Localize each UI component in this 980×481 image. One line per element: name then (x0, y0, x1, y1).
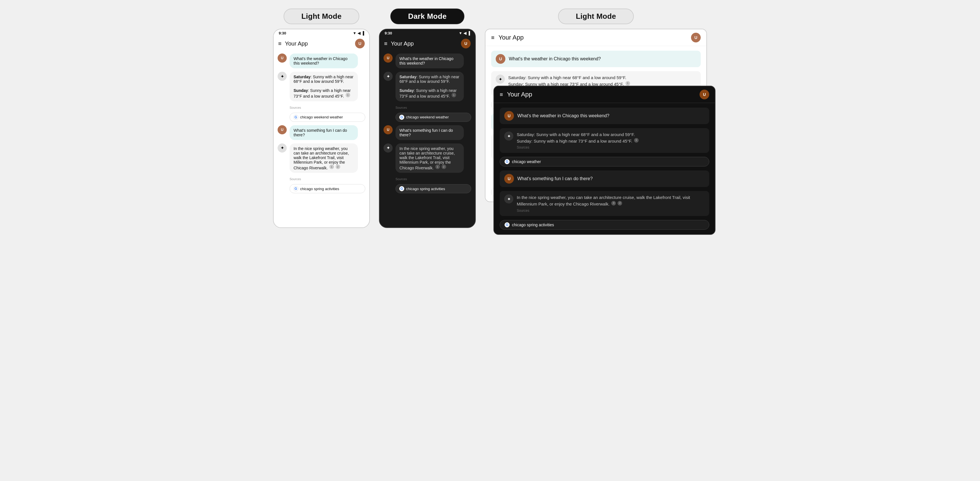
tablet-sources-1-dark: Sources (517, 145, 639, 149)
hamburger-menu-light[interactable]: ≡ (278, 40, 282, 47)
cite-2b-light: 2 (336, 165, 340, 169)
sources-1-light: Sources (278, 106, 365, 109)
tablet-user-text-2-dark: What's something fun I can do there? (517, 176, 593, 181)
tablet-hamburger-light[interactable]: ≡ (491, 35, 495, 41)
tablet-user-msg-1-light: U What's the weather in Chicago this wee… (491, 51, 701, 67)
tablet-app-title-dark: Your App (507, 91, 695, 98)
sources-2-dark: Sources (383, 177, 471, 181)
time-light: 9:30 (279, 31, 286, 35)
ai-avatar-2-dark: ✦ (383, 143, 393, 152)
user-avatar-1-light: U (278, 54, 287, 63)
ai2-text-dark: In the nice spring weather, you can take… (399, 146, 455, 170)
user-msg-1-dark: U What's the weather in Chicago this wee… (383, 54, 471, 68)
tablet-ai-content-2-dark: In the nice spring weather, you can take… (517, 194, 705, 212)
search-chip-2-light[interactable]: G chicago spring activities (290, 184, 365, 193)
chat-area-light: U What's the weather in Chicago this wee… (274, 51, 369, 196)
chip-2-label-light: chicago spring activities (300, 187, 339, 191)
search-chip-1-dark[interactable]: G chicago weekend weather (396, 113, 471, 122)
ai-msg-1-light: ✦ Saturday: Sunny with a high near 68°F … (278, 72, 365, 101)
status-bar-light: 9:30 ▼ ◀ ▐ (274, 29, 369, 37)
tablet-ai-text-1-dark: Saturday: Sunny with a high near 68°F an… (517, 132, 639, 144)
tablet-dark-overlay-frame: ≡ Your App U U What's the weather in Chi… (493, 86, 716, 235)
column-1: Light Mode 9:30 ▼ ◀ ▐ ≡ Your App U U Wha… (273, 8, 370, 228)
app-bar-light: ≡ Your App U (274, 37, 369, 51)
hamburger-menu-dark[interactable]: ≡ (384, 40, 388, 47)
google-g-icon-1-light: G (293, 115, 298, 120)
sun-label-1-light: Sunday (294, 88, 308, 93)
battery-icon-dark: ▐ (468, 31, 470, 35)
cite-2b-dark: 2 (442, 165, 446, 169)
sources-2-light: Sources (278, 177, 365, 181)
phone-light-frame: 9:30 ▼ ◀ ▐ ≡ Your App U U What's the wea… (273, 29, 370, 228)
sat-label-1-dark: Saturday (399, 75, 417, 79)
ai-bubble-2-dark: In the nice spring weather, you can take… (396, 143, 464, 173)
tablet-ai-av-1-light: ✦ (496, 75, 505, 84)
ai-msg-2-dark: ✦ In the nice spring weather, you can ta… (383, 143, 471, 173)
ai-avatar-1-light: ✦ (278, 72, 287, 81)
stacked-tablet-container: ≡ Your App U U What's the weather in Chi… (485, 29, 707, 202)
tablet-hamburger-dark[interactable]: ≡ (500, 91, 503, 98)
google-g-icon-2-dark: G (399, 186, 404, 191)
signal-icon: ◀ (358, 31, 360, 35)
sun-label-1-dark: Sunday (399, 88, 414, 93)
tablet-chat-area-dark: U What's the weather in Chicago this wee… (494, 103, 715, 234)
ai-msg-1-dark: ✦ Saturday: Sunny with a high near 68°F … (383, 72, 471, 101)
search-chip-2-dark[interactable]: G chicago spring activities (396, 184, 471, 193)
app-title-dark: Your App (391, 40, 458, 47)
signal-icon-dark: ◀ (463, 31, 466, 35)
user-avatar-2-dark: U (383, 125, 393, 134)
ai2-text-light: In the nice spring weather, you can take… (294, 146, 349, 170)
tablet-chip-weather-dark[interactable]: G chicago weather (500, 157, 709, 167)
tablet-chip-weather-label: chicago weather (512, 159, 541, 164)
sources-1-dark: Sources (383, 106, 471, 109)
tablet-user-av-2-dark: U (504, 174, 514, 184)
status-icons-light: ▼ ◀ ▐ (353, 31, 364, 35)
wifi-icon: ▼ (353, 31, 356, 35)
wifi-icon-dark: ▼ (459, 31, 462, 35)
google-g-icon-2-light: G (293, 186, 298, 191)
avatar-dark: U (461, 39, 471, 48)
app-title-light: Your App (285, 40, 352, 47)
app-bar-dark: ≡ Your App U (380, 37, 475, 51)
ai-bubble-1-light: Saturday: Sunny with a high near 68°F an… (290, 72, 358, 101)
user-bubble-2-dark: What's something fun I can do there? (396, 125, 464, 140)
tablet-app-title-light: Your App (498, 34, 687, 41)
ai-msg-2-light: ✦ In the nice spring weather, you can ta… (278, 143, 365, 173)
ai-bubble-1-dark: Saturday: Sunny with a high near 68°F an… (396, 72, 464, 101)
tablet-sources-2-dark: Sources (517, 209, 705, 213)
avatar-light: U (355, 39, 365, 48)
column-3: Light Mode ≡ Your App U U What's the wea… (485, 8, 707, 202)
tablet-user-av-1-light: U (496, 54, 505, 64)
tablet-user-text-1-light: What's the weather in Chicago this weeke… (509, 56, 601, 62)
tablet-google-g-2-dark: G (504, 222, 510, 227)
ai-avatar-2-light: ✦ (278, 143, 287, 152)
user-bubble-2-light: What's something fun I can do there? (290, 125, 358, 140)
search-chip-1-light[interactable]: G chicago weekend weather (290, 113, 365, 122)
sat-label-1-light: Saturday (294, 75, 311, 79)
tablet-user-av-1-dark: U (504, 111, 514, 121)
light-mode-label-tablet: Light Mode (558, 8, 633, 24)
user-avatar-1-dark: U (383, 54, 393, 63)
chip-2-label-dark: chicago spring activities (406, 187, 445, 191)
tablet-ai-msg-1-dark: ✦ Saturday: Sunny with a high near 68°F … (500, 128, 709, 153)
phone-dark-frame: 9:30 ▼ ◀ ▐ ≡ Your App U U What's the wea… (379, 29, 476, 228)
cite-1-light: 1 (346, 93, 350, 97)
tablet-avatar-dark: U (700, 90, 709, 99)
light-mode-label-phone: Light Mode (283, 8, 359, 24)
cite-2a-dark: 1 (435, 165, 440, 169)
chip-1-label-dark: chicago weekend weather (406, 115, 449, 119)
tablet-chip-2-dark[interactable]: G chicago spring activities (500, 220, 709, 230)
google-g-icon-1-dark: G (399, 115, 404, 120)
cite-2a-light: 1 (329, 165, 334, 169)
ai-avatar-1-dark: ✦ (383, 72, 393, 81)
column-2: Dark Mode 9:30 ▼ ◀ ▐ ≡ Your App U U What… (379, 8, 476, 228)
tablet-ai-av-2-dark: ✦ (504, 194, 513, 203)
user-avatar-2-light: U (278, 125, 287, 134)
user-msg-2-light: U What's something fun I can do there? (278, 125, 365, 140)
dark-mode-label-phone: Dark Mode (390, 8, 464, 24)
user-bubble-1-dark: What's the weather in Chicago this weeke… (396, 54, 464, 68)
user-bubble-1-light: What's the weather in Chicago this weeke… (290, 54, 358, 68)
tablet-chip-2-label-dark: chicago spring activities (512, 222, 554, 227)
tablet-user-msg-1-dark: U What's the weather in Chicago this wee… (500, 108, 709, 124)
tablet-user-msg-2-dark: U What's something fun I can do there? (500, 170, 709, 187)
